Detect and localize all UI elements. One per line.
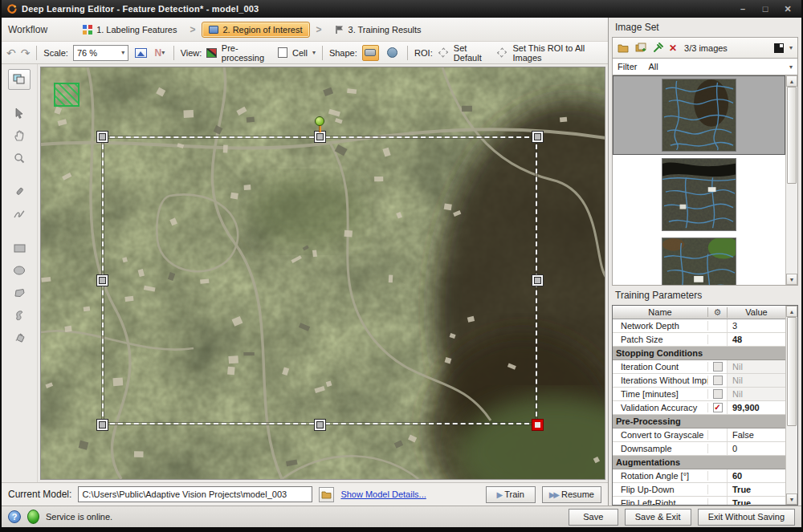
roi-handle-bottom-left[interactable] (97, 420, 108, 430)
checked-checkbox[interactable]: ✓ (713, 403, 723, 412)
freeform-region-button[interactable] (8, 305, 31, 326)
column-name[interactable]: Name (613, 307, 708, 317)
tab-region-of-interest[interactable]: 2. Region of Interest (202, 22, 309, 38)
resume-button[interactable]: ▶▶ Resume (542, 486, 601, 503)
tab-training-results[interactable]: 3. Training Results (328, 22, 428, 37)
roi-handle-bottom-right-selected[interactable] (532, 420, 543, 430)
tab-labeling-features[interactable]: 1. Labeling Features (76, 22, 183, 37)
param-value[interactable]: True (728, 498, 785, 505)
roi-handle-top-left[interactable] (97, 132, 108, 142)
help-icon[interactable]: ? (8, 510, 21, 523)
param-checkbox-cell (708, 442, 728, 455)
param-value[interactable]: 0 (728, 444, 785, 453)
chevron-down-icon[interactable]: ▾ (789, 44, 793, 51)
unchecked-checkbox[interactable] (713, 376, 723, 385)
browse-model-button[interactable] (319, 487, 334, 502)
select-tool-button[interactable] (8, 103, 31, 124)
table-scrollbar[interactable]: ▲ ▼ (785, 306, 797, 505)
thumbnail-scrollbar[interactable]: ▲ ▼ (785, 75, 797, 285)
roi-rotation-handle[interactable] (315, 116, 324, 126)
chevron-down-icon[interactable]: ▾ (312, 49, 316, 56)
negative-view-button[interactable]: N ▾ (153, 45, 167, 61)
param-value[interactable]: 60 (728, 471, 785, 481)
param-value[interactable]: Nil (728, 374, 785, 387)
zoom-tool-button[interactable] (8, 148, 31, 169)
train-button[interactable]: ▶ Train (486, 486, 536, 503)
image-thumbnail[interactable] (613, 234, 785, 285)
shape-ellipse-button[interactable] (384, 45, 401, 61)
cell-checkbox[interactable] (278, 47, 287, 58)
roi-handle-left-mid[interactable] (97, 275, 108, 286)
column-value[interactable]: Value (728, 307, 785, 317)
roi-handle-top-mid[interactable] (315, 132, 325, 142)
undo-icon[interactable]: ↶ (6, 47, 16, 59)
unchecked-checkbox[interactable] (713, 362, 723, 372)
tab-label: 2. Region of Interest (222, 25, 302, 35)
freehand-tool-button[interactable] (8, 204, 31, 225)
connect-icon[interactable] (653, 43, 663, 53)
preprocessing-toggle[interactable]: Pre-processing (222, 43, 274, 63)
table-row[interactable]: Network Depth3 (613, 319, 785, 333)
set-default-button[interactable]: Set Default (454, 43, 492, 63)
image-thumbnail[interactable] (613, 155, 785, 234)
brush-tool-button[interactable] (8, 181, 31, 202)
minimize-button[interactable]: – (734, 4, 752, 14)
param-value[interactable]: Nil (728, 388, 785, 400)
polygon-region-button[interactable] (8, 282, 31, 303)
param-value[interactable]: True (728, 485, 785, 494)
filter-value: All (648, 62, 658, 71)
close-button[interactable]: ✕ (779, 4, 797, 14)
table-row[interactable]: Iterations Without Improve...Nil (613, 374, 785, 388)
param-value[interactable]: 99,900 (728, 403, 785, 412)
table-row[interactable]: Rotation Angle [°]60 (613, 469, 785, 483)
display-mode-icon[interactable] (774, 43, 784, 53)
table-row[interactable]: Patch Size48 (613, 333, 785, 347)
set-roi-all-images-button[interactable]: Set This ROI to All Images (512, 43, 603, 63)
scroll-up-icon[interactable]: ▲ (786, 75, 797, 87)
table-row[interactable]: Validation Accuracy✓99,900 (613, 401, 785, 415)
gear-icon[interactable]: ⚙ (708, 307, 728, 318)
add-folder-icon[interactable] (618, 43, 630, 53)
roi-rectangle[interactable] (102, 136, 537, 424)
add-images-icon[interactable] (635, 43, 647, 53)
redo-icon[interactable]: ↷ (21, 47, 31, 59)
table-row[interactable]: Time [minutes]Nil (613, 388, 785, 401)
scroll-up-icon[interactable]: ▲ (786, 306, 797, 317)
maximize-button[interactable]: □ (756, 4, 774, 14)
save-and-exit-button[interactable]: Save & Exit (625, 509, 691, 526)
fit-to-window-button[interactable] (133, 45, 148, 61)
filter-row[interactable]: Filter All ▾ (612, 58, 798, 75)
param-value[interactable]: False (728, 430, 785, 440)
shape-rectangle-button[interactable] (362, 45, 379, 61)
param-value[interactable]: Nil (728, 360, 785, 373)
view-layers-button[interactable] (8, 69, 31, 90)
scroll-down-icon[interactable]: ▼ (786, 274, 797, 285)
table-row[interactable]: Convert to GrayscaleFalse (613, 428, 785, 442)
show-model-details-link[interactable]: Show Model Details... (340, 489, 426, 499)
image-thumbnail[interactable] (613, 75, 785, 155)
delete-image-button[interactable]: ✕ (669, 43, 677, 54)
param-name: Iteration Count (613, 362, 708, 372)
pan-tool-button[interactable] (8, 125, 31, 146)
exit-without-saving-button[interactable]: Exit Without Saving (698, 509, 795, 526)
fill-tool-button[interactable] (8, 327, 31, 348)
roi-handle-bottom-mid[interactable] (315, 420, 325, 430)
table-row[interactable]: Flip Left-RightTrue (613, 497, 785, 505)
scale-value: 76 % (77, 48, 97, 58)
table-row[interactable]: Flip Up-DownTrue (613, 483, 785, 497)
model-path-input[interactable] (78, 486, 312, 502)
image-canvas[interactable] (40, 67, 605, 480)
scale-select[interactable]: 76 % ▾ (73, 45, 128, 61)
scroll-down-icon[interactable]: ▼ (786, 493, 797, 505)
unchecked-checkbox[interactable] (713, 389, 723, 399)
rectangle-region-button[interactable] (8, 238, 31, 258)
table-row[interactable]: Downsample0 (613, 442, 785, 456)
roi-handle-top-right[interactable] (532, 132, 543, 142)
roi-handle-right-mid[interactable] (532, 275, 543, 286)
param-value[interactable]: 3 (728, 321, 785, 331)
training-parameters-title: Training Parameters (615, 290, 702, 301)
save-button[interactable]: Save (569, 509, 618, 526)
table-row[interactable]: Iteration CountNil (613, 360, 785, 374)
param-value[interactable]: 48 (728, 335, 785, 344)
ellipse-region-button[interactable] (8, 260, 31, 281)
